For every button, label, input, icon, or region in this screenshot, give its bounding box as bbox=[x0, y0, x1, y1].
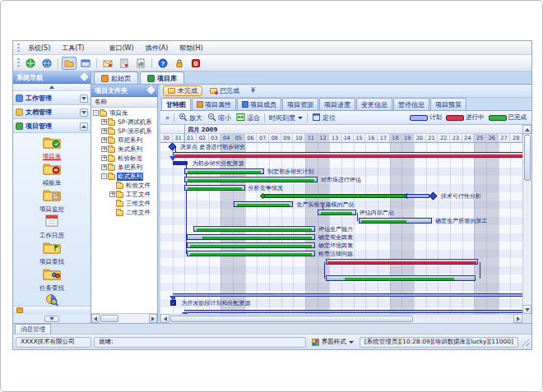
pin-icon[interactable] bbox=[147, 87, 154, 94]
sidebar-scroll-down[interactable] bbox=[44, 316, 59, 322]
help-icon[interactable]: ? bbox=[155, 57, 170, 70]
doc-tab[interactable]: 起始页 bbox=[94, 71, 138, 84]
collapse-icon[interactable]: - bbox=[101, 173, 107, 179]
task-bar-complete[interactable] bbox=[184, 168, 264, 174]
locate-button[interactable]: 定位 bbox=[309, 112, 338, 124]
tree-node[interactable]: -欧式系列 bbox=[91, 172, 157, 181]
task-bar-complete[interactable] bbox=[318, 210, 356, 215]
gantt-vscrollbar[interactable] bbox=[522, 125, 531, 314]
chevron-down-icon[interactable] bbox=[80, 95, 88, 103]
sidebar-section-partial[interactable] bbox=[13, 306, 90, 314]
task-bar-complete[interactable] bbox=[326, 275, 476, 281]
logout-icon[interactable]: 0 bbox=[188, 57, 203, 70]
scroll-right-button[interactable] bbox=[149, 314, 157, 323]
sidebar-section[interactable]: 文档管理 bbox=[13, 105, 90, 119]
scrollbar-thumb[interactable] bbox=[100, 315, 118, 322]
sidebar-item-folder-project[interactable]: 项目库 bbox=[13, 135, 90, 159]
time-scale-dropdown[interactable]: 时间刻度 bbox=[267, 113, 305, 123]
fit-button[interactable]: 适合 bbox=[234, 112, 262, 124]
task-bar-complete[interactable] bbox=[187, 242, 314, 248]
filter-button[interactable]: 未完成 bbox=[163, 85, 202, 96]
globe-icon[interactable] bbox=[39, 57, 54, 70]
scroll-down-button[interactable] bbox=[522, 305, 531, 314]
interface-style-dropdown[interactable]: 界面样式 bbox=[309, 337, 357, 348]
toolbar-grip[interactable] bbox=[17, 58, 20, 67]
scrollbar-thumb[interactable] bbox=[170, 316, 413, 322]
collapse-box-icon[interactable]: - bbox=[170, 300, 176, 306]
expand-icon[interactable]: + bbox=[101, 155, 107, 161]
task-bar-complete[interactable] bbox=[184, 177, 317, 182]
tab-message-management[interactable]: 消息管理 bbox=[15, 324, 51, 334]
task-bar-complete[interactable] bbox=[184, 185, 244, 191]
expand-icon[interactable]: + bbox=[101, 128, 107, 134]
task-bar-complete[interactable] bbox=[234, 201, 293, 207]
tree-node[interactable]: +SP-演示机系 bbox=[91, 127, 157, 136]
task-bar-in-progress[interactable] bbox=[173, 152, 522, 158]
more-options-icon[interactable]: ¥ bbox=[251, 87, 255, 95]
network-icon[interactable] bbox=[23, 57, 38, 70]
tree-node[interactable]: +检验标准 bbox=[91, 154, 157, 163]
task-bar-complete[interactable] bbox=[193, 226, 315, 232]
sidebar-scroll-up[interactable] bbox=[13, 84, 90, 91]
folder-open-icon[interactable] bbox=[62, 57, 77, 70]
sidebar-item-folder-monitor[interactable]: 项目监控 bbox=[13, 187, 90, 212]
lock-icon[interactable] bbox=[172, 57, 187, 70]
scroll-up-button[interactable] bbox=[522, 125, 531, 134]
menu-item[interactable]: 插件(A) bbox=[140, 42, 174, 54]
scrollbar-thumb[interactable] bbox=[524, 135, 531, 181]
tree-node[interactable]: +单把系列 bbox=[91, 163, 157, 172]
zoom-out-button[interactable]: 缩小 bbox=[205, 112, 234, 124]
chevron-down-icon[interactable] bbox=[80, 108, 88, 117]
view-tab[interactable]: 项目预算 bbox=[430, 98, 466, 110]
window-icon[interactable] bbox=[78, 57, 93, 70]
report-icon[interactable] bbox=[117, 57, 132, 70]
scroll-left-button[interactable] bbox=[91, 314, 100, 323]
menu-item[interactable]: 工具(T) bbox=[56, 42, 90, 54]
sidebar-section[interactable]: 工作管理 bbox=[13, 91, 90, 105]
tree-node[interactable]: -项目库 bbox=[91, 108, 157, 118]
zoom-in-button[interactable]: 放大 bbox=[176, 112, 205, 124]
task-bar-complete[interactable] bbox=[187, 234, 314, 240]
view-tab[interactable]: 项目成员 bbox=[237, 98, 281, 110]
menu-item[interactable]: 系统(S) bbox=[22, 42, 56, 54]
sidebar-item-doc-search[interactable]: 项目文档查找 bbox=[13, 293, 90, 306]
menu-item[interactable]: 窗口(W) bbox=[103, 42, 139, 54]
expand-icon[interactable]: + bbox=[101, 137, 107, 143]
doc-tab[interactable]: 项目库 bbox=[140, 71, 184, 84]
sidebar-item-calendar[interactable]: 工作日历 bbox=[13, 214, 90, 238]
expand-icon[interactable]: + bbox=[101, 164, 107, 170]
pin-icon[interactable] bbox=[81, 74, 87, 81]
sidebar-section[interactable]: 项目管理 bbox=[13, 119, 90, 133]
tree-node[interactable]: 二维文件 bbox=[91, 208, 157, 217]
filter-button[interactable]: 已完成 bbox=[205, 85, 244, 96]
more-buttons-icon[interactable]: » bbox=[163, 114, 172, 122]
gantt-hscrollbar[interactable] bbox=[160, 314, 522, 323]
task-bar-in-progress[interactable] bbox=[326, 259, 478, 265]
view-tab[interactable]: 项目资源 bbox=[282, 98, 318, 110]
expand-icon[interactable]: + bbox=[101, 119, 107, 125]
view-tab[interactable]: 甘特图 bbox=[161, 98, 191, 110]
menubar-grip[interactable] bbox=[17, 44, 20, 53]
view-tab[interactable]: 变更信息 bbox=[356, 98, 392, 110]
tree-node[interactable]: 检验文件 bbox=[91, 181, 157, 190]
tree-node[interactable]: 三维文件 bbox=[91, 199, 157, 208]
task-bar-complete[interactable] bbox=[187, 251, 314, 256]
chevron-up-icon[interactable] bbox=[80, 122, 88, 131]
task-bar-complete[interactable] bbox=[359, 218, 432, 224]
sidebar-item-task-search[interactable]: 任务查找 bbox=[13, 266, 90, 291]
expand-icon[interactable]: + bbox=[109, 191, 115, 197]
tree-node[interactable]: +SP-调试机系 bbox=[91, 118, 157, 127]
view-tab[interactable]: 项目进度 bbox=[319, 98, 355, 110]
chart-icon[interactable] bbox=[133, 57, 148, 70]
menu-item[interactable]: 帮助(H) bbox=[174, 42, 208, 54]
view-tab[interactable]: 项目属性 bbox=[192, 98, 236, 110]
resize-grip[interactable] bbox=[522, 339, 529, 346]
view-tab[interactable]: 暂停信息 bbox=[393, 98, 429, 110]
expand-icon[interactable]: + bbox=[101, 146, 107, 152]
scroll-right-button[interactable] bbox=[513, 314, 522, 323]
collapse-icon[interactable]: - bbox=[93, 110, 99, 116]
scroll-left-button[interactable] bbox=[160, 314, 169, 323]
tree-node[interactable]: +双把系列 bbox=[91, 136, 157, 145]
sidebar-item-folder-template[interactable]: 模板库 bbox=[13, 161, 90, 186]
tree-hscrollbar[interactable] bbox=[91, 313, 157, 323]
